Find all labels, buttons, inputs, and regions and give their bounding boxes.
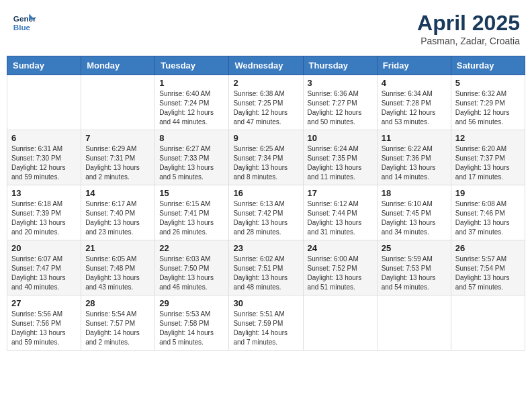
day-cell: 11Sunrise: 6:22 AM Sunset: 7:36 PM Dayli… [377, 130, 451, 185]
day-number: 23 [233, 243, 298, 253]
day-info: Sunrise: 6:20 AM Sunset: 7:37 PM Dayligh… [455, 144, 521, 182]
day-cell: 14Sunrise: 6:17 AM Sunset: 7:40 PM Dayli… [81, 185, 155, 240]
day-number: 9 [233, 133, 298, 143]
day-info: Sunrise: 6:12 AM Sunset: 7:44 PM Dayligh… [308, 199, 373, 237]
calendar-table: SundayMondayTuesdayWednesdayThursdayFrid… [7, 56, 525, 351]
day-number: 15 [159, 188, 224, 198]
weekday-header-sunday: Sunday [7, 56, 81, 75]
day-number: 28 [85, 298, 150, 308]
weekday-header-monday: Monday [81, 56, 155, 75]
day-number: 30 [233, 298, 298, 308]
svg-text:Blue: Blue [13, 23, 31, 32]
day-cell: 6Sunrise: 6:31 AM Sunset: 7:30 PM Daylig… [7, 130, 81, 185]
day-cell [7, 75, 81, 130]
day-info: Sunrise: 6:10 AM Sunset: 7:45 PM Dayligh… [382, 199, 447, 237]
day-number: 5 [455, 78, 521, 88]
day-number: 11 [382, 133, 447, 143]
day-number: 14 [85, 188, 150, 198]
day-number: 21 [85, 243, 150, 253]
day-number: 12 [455, 133, 521, 143]
logo: General Blue [12, 11, 36, 35]
day-number: 18 [382, 188, 447, 198]
day-info: Sunrise: 6:24 AM Sunset: 7:35 PM Dayligh… [308, 144, 373, 182]
day-number: 22 [159, 243, 224, 253]
day-cell: 20Sunrise: 6:07 AM Sunset: 7:47 PM Dayli… [7, 240, 81, 295]
day-number: 20 [11, 243, 77, 253]
day-cell: 8Sunrise: 6:27 AM Sunset: 7:33 PM Daylig… [155, 130, 229, 185]
day-number: 16 [233, 188, 298, 198]
page-header: General Blue April 2025 Pasman, Zadar, C… [7, 7, 525, 50]
day-cell: 17Sunrise: 6:12 AM Sunset: 7:44 PM Dayli… [303, 185, 377, 240]
day-cell: 27Sunrise: 5:56 AM Sunset: 7:56 PM Dayli… [7, 295, 81, 351]
day-info: Sunrise: 6:40 AM Sunset: 7:24 PM Dayligh… [159, 89, 224, 127]
day-number: 27 [11, 298, 77, 308]
weekday-header-wednesday: Wednesday [229, 56, 303, 75]
day-cell: 15Sunrise: 6:15 AM Sunset: 7:41 PM Dayli… [155, 185, 229, 240]
day-info: Sunrise: 6:29 AM Sunset: 7:31 PM Dayligh… [85, 144, 150, 182]
day-info: Sunrise: 6:03 AM Sunset: 7:50 PM Dayligh… [159, 255, 224, 292]
day-number: 4 [382, 78, 447, 88]
weekday-header-tuesday: Tuesday [155, 56, 229, 75]
week-row-3: 13Sunrise: 6:18 AM Sunset: 7:39 PM Dayli… [7, 185, 525, 240]
day-info: Sunrise: 5:57 AM Sunset: 7:54 PM Dayligh… [455, 255, 521, 292]
day-cell: 26Sunrise: 5:57 AM Sunset: 7:54 PM Dayli… [451, 240, 525, 295]
day-info: Sunrise: 6:38 AM Sunset: 7:25 PM Dayligh… [233, 89, 298, 127]
day-info: Sunrise: 6:13 AM Sunset: 7:42 PM Dayligh… [233, 199, 298, 237]
day-cell: 12Sunrise: 6:20 AM Sunset: 7:37 PM Dayli… [451, 130, 525, 185]
day-cell: 10Sunrise: 6:24 AM Sunset: 7:35 PM Dayli… [303, 130, 377, 185]
day-cell: 25Sunrise: 5:59 AM Sunset: 7:53 PM Dayli… [377, 240, 451, 295]
weekday-header-friday: Friday [377, 56, 451, 75]
day-info: Sunrise: 5:53 AM Sunset: 7:58 PM Dayligh… [159, 310, 224, 347]
day-cell [451, 295, 525, 351]
day-cell: 24Sunrise: 6:00 AM Sunset: 7:52 PM Dayli… [303, 240, 377, 295]
day-number: 10 [308, 133, 373, 143]
day-cell: 7Sunrise: 6:29 AM Sunset: 7:31 PM Daylig… [81, 130, 155, 185]
day-info: Sunrise: 6:18 AM Sunset: 7:39 PM Dayligh… [11, 199, 77, 237]
day-number: 29 [159, 298, 224, 308]
day-info: Sunrise: 6:25 AM Sunset: 7:34 PM Dayligh… [233, 144, 298, 182]
day-cell: 18Sunrise: 6:10 AM Sunset: 7:45 PM Dayli… [377, 185, 451, 240]
day-cell: 19Sunrise: 6:08 AM Sunset: 7:46 PM Dayli… [451, 185, 525, 240]
day-number: 17 [308, 188, 373, 198]
day-info: Sunrise: 6:00 AM Sunset: 7:52 PM Dayligh… [308, 255, 373, 292]
week-row-5: 27Sunrise: 5:56 AM Sunset: 7:56 PM Dayli… [7, 295, 525, 351]
day-number: 6 [11, 133, 77, 143]
day-cell [377, 295, 451, 351]
day-info: Sunrise: 6:32 AM Sunset: 7:29 PM Dayligh… [455, 89, 521, 127]
day-number: 1 [159, 78, 224, 88]
day-cell: 2Sunrise: 6:38 AM Sunset: 7:25 PM Daylig… [229, 75, 303, 130]
day-info: Sunrise: 6:05 AM Sunset: 7:48 PM Dayligh… [85, 255, 150, 292]
weekday-header-row: SundayMondayTuesdayWednesdayThursdayFrid… [7, 56, 525, 75]
week-row-2: 6Sunrise: 6:31 AM Sunset: 7:30 PM Daylig… [7, 130, 525, 185]
weekday-header-saturday: Saturday [451, 56, 525, 75]
day-info: Sunrise: 5:59 AM Sunset: 7:53 PM Dayligh… [382, 255, 447, 292]
logo-icon: General Blue [12, 11, 36, 35]
day-info: Sunrise: 6:22 AM Sunset: 7:36 PM Dayligh… [382, 144, 447, 182]
day-info: Sunrise: 6:36 AM Sunset: 7:27 PM Dayligh… [308, 89, 373, 127]
day-cell: 16Sunrise: 6:13 AM Sunset: 7:42 PM Dayli… [229, 185, 303, 240]
weekday-header-thursday: Thursday [303, 56, 377, 75]
day-info: Sunrise: 6:15 AM Sunset: 7:41 PM Dayligh… [159, 199, 224, 237]
day-info: Sunrise: 6:07 AM Sunset: 7:47 PM Dayligh… [11, 255, 77, 292]
title-section: April 2025 Pasman, Zadar, Croatia [417, 11, 520, 46]
day-cell: 13Sunrise: 6:18 AM Sunset: 7:39 PM Dayli… [7, 185, 81, 240]
day-info: Sunrise: 6:34 AM Sunset: 7:28 PM Dayligh… [382, 89, 447, 127]
day-cell: 29Sunrise: 5:53 AM Sunset: 7:58 PM Dayli… [155, 295, 229, 351]
day-number: 24 [308, 243, 373, 253]
day-cell: 5Sunrise: 6:32 AM Sunset: 7:29 PM Daylig… [451, 75, 525, 130]
day-cell: 21Sunrise: 6:05 AM Sunset: 7:48 PM Dayli… [81, 240, 155, 295]
day-number: 3 [308, 78, 373, 88]
day-cell: 3Sunrise: 6:36 AM Sunset: 7:27 PM Daylig… [303, 75, 377, 130]
day-number: 8 [159, 133, 224, 143]
day-info: Sunrise: 6:17 AM Sunset: 7:40 PM Dayligh… [85, 199, 150, 237]
day-cell: 30Sunrise: 5:51 AM Sunset: 7:59 PM Dayli… [229, 295, 303, 351]
day-cell: 22Sunrise: 6:03 AM Sunset: 7:50 PM Dayli… [155, 240, 229, 295]
day-cell: 1Sunrise: 6:40 AM Sunset: 7:24 PM Daylig… [155, 75, 229, 130]
day-info: Sunrise: 5:54 AM Sunset: 7:57 PM Dayligh… [85, 310, 150, 347]
day-info: Sunrise: 6:31 AM Sunset: 7:30 PM Dayligh… [11, 144, 77, 182]
day-number: 13 [11, 188, 77, 198]
month-title: April 2025 [417, 11, 520, 36]
day-info: Sunrise: 6:02 AM Sunset: 7:51 PM Dayligh… [233, 255, 298, 292]
day-number: 25 [382, 243, 447, 253]
day-cell: 23Sunrise: 6:02 AM Sunset: 7:51 PM Dayli… [229, 240, 303, 295]
